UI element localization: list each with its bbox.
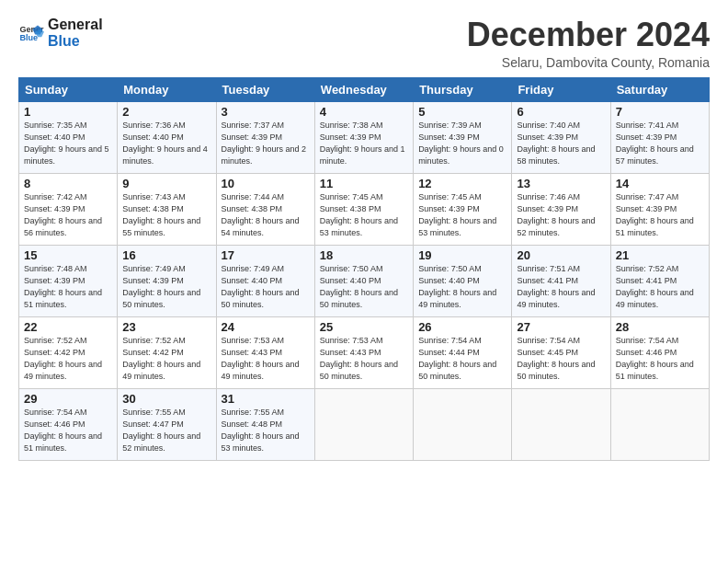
week-row-2: 8Sunrise: 7:42 AMSunset: 4:39 PMDaylight…	[19, 173, 710, 245]
day-detail: Sunrise: 7:51 AMSunset: 4:41 PMDaylight:…	[517, 264, 595, 309]
day-number: 28	[616, 320, 704, 334]
day-cell: 2Sunrise: 7:36 AMSunset: 4:40 PMDaylight…	[118, 101, 216, 173]
day-cell: 16Sunrise: 7:49 AMSunset: 4:39 PMDayligh…	[118, 245, 216, 316]
day-cell: 31Sunrise: 7:55 AMSunset: 4:48 PMDayligh…	[216, 388, 314, 460]
day-number: 17	[222, 248, 310, 262]
day-number: 1	[24, 105, 112, 119]
day-number: 12	[418, 177, 506, 190]
day-cell: 26Sunrise: 7:54 AMSunset: 4:44 PMDayligh…	[414, 316, 512, 388]
day-cell: 30Sunrise: 7:55 AMSunset: 4:47 PMDayligh…	[118, 388, 216, 460]
day-cell: 21Sunrise: 7:52 AMSunset: 4:41 PMDayligh…	[610, 245, 709, 316]
day-number: 9	[122, 177, 210, 190]
day-cell: 3Sunrise: 7:37 AMSunset: 4:39 PMDaylight…	[216, 101, 314, 173]
day-cell: 28Sunrise: 7:54 AMSunset: 4:46 PMDayligh…	[610, 316, 709, 388]
week-row-1: 1Sunrise: 7:35 AMSunset: 4:40 PMDaylight…	[19, 101, 710, 173]
day-detail: Sunrise: 7:37 AMSunset: 4:39 PMDaylight:…	[222, 121, 307, 166]
header-cell-wednesday: Wednesday	[314, 77, 413, 101]
day-detail: Sunrise: 7:45 AMSunset: 4:39 PMDaylight:…	[418, 192, 496, 237]
header-cell-monday: Monday	[118, 77, 216, 101]
header-cell-saturday: Saturday	[610, 77, 709, 101]
logo-line2: Blue	[48, 33, 103, 50]
day-number: 31	[222, 392, 310, 406]
day-detail: Sunrise: 7:48 AMSunset: 4:39 PMDaylight:…	[24, 264, 102, 309]
day-cell: 19Sunrise: 7:50 AMSunset: 4:40 PMDayligh…	[414, 245, 512, 316]
calendar-title: December 2024	[467, 17, 710, 53]
day-cell: 11Sunrise: 7:45 AMSunset: 4:38 PMDayligh…	[314, 173, 413, 245]
day-number: 14	[616, 177, 704, 190]
day-number: 7	[616, 105, 704, 119]
calendar-header-row: SundayMondayTuesdayWednesdayThursdayFrid…	[19, 77, 710, 101]
day-cell: 23Sunrise: 7:52 AMSunset: 4:42 PMDayligh…	[118, 316, 216, 388]
day-number: 2	[122, 105, 210, 119]
header-cell-tuesday: Tuesday	[216, 77, 314, 101]
day-detail: Sunrise: 7:52 AMSunset: 4:42 PMDaylight:…	[122, 336, 200, 381]
day-number: 8	[24, 177, 112, 190]
day-number: 3	[222, 105, 310, 119]
day-number: 5	[418, 105, 506, 119]
day-detail: Sunrise: 7:53 AMSunset: 4:43 PMDaylight:…	[222, 336, 300, 381]
day-detail: Sunrise: 7:52 AMSunset: 4:42 PMDaylight:…	[24, 336, 102, 381]
day-detail: Sunrise: 7:52 AMSunset: 4:41 PMDaylight:…	[616, 264, 694, 309]
day-number: 6	[517, 105, 605, 119]
day-cell: 10Sunrise: 7:44 AMSunset: 4:38 PMDayligh…	[216, 173, 314, 245]
day-detail: Sunrise: 7:41 AMSunset: 4:39 PMDaylight:…	[616, 121, 694, 166]
svg-text:Blue: Blue	[19, 34, 38, 43]
day-cell: 18Sunrise: 7:50 AMSunset: 4:40 PMDayligh…	[314, 245, 413, 316]
day-cell: 5Sunrise: 7:39 AMSunset: 4:39 PMDaylight…	[414, 101, 512, 173]
day-cell: 4Sunrise: 7:38 AMSunset: 4:39 PMDaylight…	[314, 101, 413, 173]
day-number: 24	[222, 320, 310, 334]
week-row-5: 29Sunrise: 7:54 AMSunset: 4:46 PMDayligh…	[19, 388, 710, 460]
day-cell: 1Sunrise: 7:35 AMSunset: 4:40 PMDaylight…	[19, 101, 118, 173]
calendar-table: SundayMondayTuesdayWednesdayThursdayFrid…	[18, 77, 710, 461]
day-number: 23	[122, 320, 210, 334]
day-detail: Sunrise: 7:42 AMSunset: 4:39 PMDaylight:…	[24, 192, 102, 237]
day-detail: Sunrise: 7:54 AMSunset: 4:45 PMDaylight:…	[517, 336, 595, 381]
day-detail: Sunrise: 7:50 AMSunset: 4:40 PMDaylight:…	[320, 264, 398, 309]
day-number: 18	[320, 248, 408, 262]
day-cell: 12Sunrise: 7:45 AMSunset: 4:39 PMDayligh…	[414, 173, 512, 245]
logo-line1: General	[48, 17, 103, 33]
logo-icon: General Blue	[18, 20, 44, 46]
day-detail: Sunrise: 7:39 AMSunset: 4:39 PMDaylight:…	[418, 121, 504, 166]
day-detail: Sunrise: 7:49 AMSunset: 4:40 PMDaylight:…	[222, 264, 300, 309]
day-cell: 20Sunrise: 7:51 AMSunset: 4:41 PMDayligh…	[512, 245, 610, 316]
calendar-body: 1Sunrise: 7:35 AMSunset: 4:40 PMDaylight…	[19, 101, 710, 460]
day-detail: Sunrise: 7:55 AMSunset: 4:47 PMDaylight:…	[122, 408, 200, 453]
day-detail: Sunrise: 7:55 AMSunset: 4:48 PMDaylight:…	[222, 408, 300, 453]
header-cell-friday: Friday	[512, 77, 610, 101]
day-number: 4	[320, 105, 408, 119]
title-block: December 2024 Selaru, Dambovita County, …	[467, 17, 710, 70]
day-detail: Sunrise: 7:54 AMSunset: 4:46 PMDaylight:…	[24, 408, 102, 453]
day-number: 25	[320, 320, 408, 334]
day-cell	[414, 388, 512, 460]
day-number: 16	[122, 248, 210, 262]
day-detail: Sunrise: 7:49 AMSunset: 4:39 PMDaylight:…	[122, 264, 200, 309]
day-detail: Sunrise: 7:54 AMSunset: 4:46 PMDaylight:…	[616, 336, 694, 381]
day-number: 22	[24, 320, 112, 334]
day-number: 21	[616, 248, 704, 262]
day-detail: Sunrise: 7:50 AMSunset: 4:40 PMDaylight:…	[418, 264, 496, 309]
week-row-3: 15Sunrise: 7:48 AMSunset: 4:39 PMDayligh…	[19, 245, 710, 316]
day-cell	[512, 388, 610, 460]
day-number: 27	[517, 320, 605, 334]
day-detail: Sunrise: 7:53 AMSunset: 4:43 PMDaylight:…	[320, 336, 398, 381]
day-number: 30	[122, 392, 210, 406]
day-cell: 7Sunrise: 7:41 AMSunset: 4:39 PMDaylight…	[610, 101, 709, 173]
day-detail: Sunrise: 7:35 AMSunset: 4:40 PMDaylight:…	[24, 121, 109, 166]
day-number: 26	[418, 320, 506, 334]
calendar-subtitle: Selaru, Dambovita County, Romania	[467, 55, 710, 70]
day-number: 13	[517, 177, 605, 190]
day-number: 29	[24, 392, 112, 406]
header-cell-thursday: Thursday	[414, 77, 512, 101]
day-cell: 14Sunrise: 7:47 AMSunset: 4:39 PMDayligh…	[610, 173, 709, 245]
day-cell	[314, 388, 413, 460]
day-detail: Sunrise: 7:47 AMSunset: 4:39 PMDaylight:…	[616, 192, 694, 237]
day-cell: 8Sunrise: 7:42 AMSunset: 4:39 PMDaylight…	[19, 173, 118, 245]
day-cell: 15Sunrise: 7:48 AMSunset: 4:39 PMDayligh…	[19, 245, 118, 316]
header-cell-sunday: Sunday	[19, 77, 118, 101]
day-cell: 9Sunrise: 7:43 AMSunset: 4:38 PMDaylight…	[118, 173, 216, 245]
day-cell: 13Sunrise: 7:46 AMSunset: 4:39 PMDayligh…	[512, 173, 610, 245]
day-detail: Sunrise: 7:44 AMSunset: 4:38 PMDaylight:…	[222, 192, 300, 237]
day-number: 15	[24, 248, 112, 262]
week-row-4: 22Sunrise: 7:52 AMSunset: 4:42 PMDayligh…	[19, 316, 710, 388]
